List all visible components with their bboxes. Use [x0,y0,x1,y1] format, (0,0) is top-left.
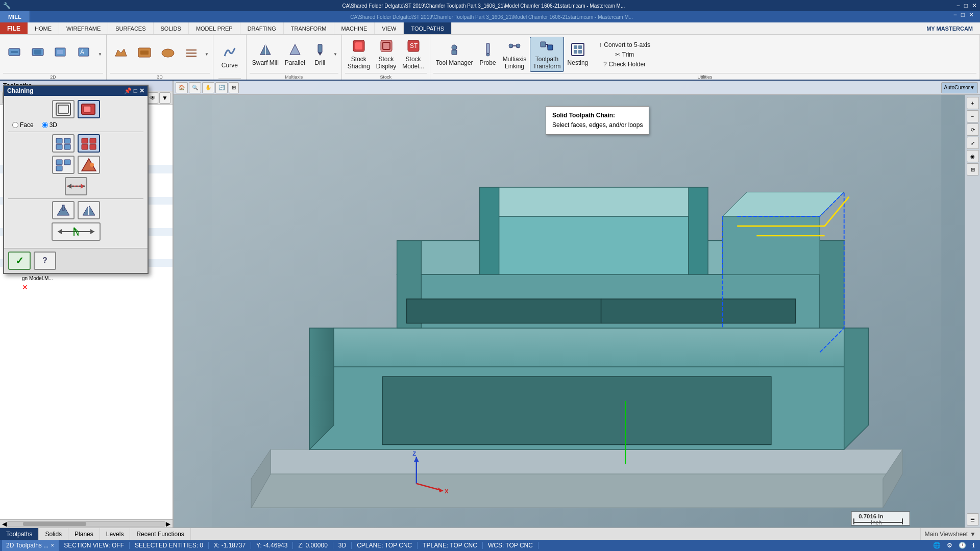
rt-btn-1[interactable]: + [967,97,979,109]
tp-btn-more[interactable]: ▼ [159,92,170,104]
win-restore[interactable]: □ [961,11,965,22]
rt-btn-3[interactable]: ⟳ [967,123,979,136]
close-btn[interactable]: ✕ [972,2,977,9]
chain-btn-solid[interactable] [78,100,100,118]
horizontal-scroll[interactable]: ◀ ▶ [0,519,173,528]
tree-error-item[interactable]: ✕ [0,282,173,292]
tab-levels[interactable]: Levels [100,528,131,540]
chain-ok-btn[interactable]: ✓ [8,252,31,270]
chain-btn-reverse[interactable] [65,177,87,195]
tab-planes[interactable]: Planes [68,528,100,540]
tree-g4-model[interactable]: gn Model.M... [0,274,173,282]
rt-btn-bottom[interactable]: ☰ [967,513,979,525]
tab-machine[interactable]: MACHINE [334,22,375,34]
rt-btn-2[interactable]: − [967,110,979,122]
window-controls[interactable]: − □ ✕ [953,11,980,22]
tab-solids[interactable]: SOLIDS [154,22,189,34]
radio-face[interactable] [12,122,18,128]
btn-curve[interactable]: Curve [218,43,241,70]
btn-tool-manager[interactable]: Tool Manager [433,41,476,68]
radio-3d[interactable] [42,122,48,128]
2d-more-arrow[interactable]: ▼ [97,52,103,57]
chain-btn-face-select[interactable] [78,134,100,153]
tab-toolpaths[interactable]: Toolpaths [0,528,39,540]
btn-stock-shading[interactable]: StockShading [345,37,373,71]
title-controls[interactable]: − □ ✕ [957,2,977,9]
chain-btn-area[interactable] [78,156,100,174]
btn-multiaxis-linking[interactable]: MultiaxisLinking [500,37,529,71]
tab-surfaces[interactable]: SURFACES [108,22,153,34]
win-minimize[interactable]: − [953,11,957,22]
chaining-title-buttons[interactable]: 📌 □ ✕ [124,87,144,94]
chain-btn-next-start[interactable] [78,201,100,219]
scroll-thumb[interactable] [23,522,86,526]
btn-check-holder[interactable]: ? Check Holder [596,60,653,69]
radio-3d-label[interactable]: 3D [42,121,57,129]
maximize-btn[interactable]: □ [964,2,968,9]
btn-trim[interactable]: ✂ Trim [596,50,653,59]
status-info-btn[interactable]: ℹ [969,542,978,549]
tp-btn-eye[interactable]: 👁 [147,92,158,104]
viewsheet-dropdown[interactable]: ▼ [970,531,976,538]
scroll-right-btn[interactable]: ▶ [166,520,170,528]
btn-convert-5axis[interactable]: ↑ Convert to 5-axis [596,40,653,49]
status-settings-btn[interactable]: ⚙ [944,542,955,549]
chaining-pin-btn[interactable]: 📌 [124,87,132,94]
scroll-bar[interactable] [7,521,166,527]
vp-btn-zoom[interactable]: 🔍 [189,82,201,93]
tab-home[interactable]: HOME [28,22,59,34]
vp-btn-home[interactable]: 🏠 [176,82,188,93]
btn-multiaxis-parallel[interactable]: Parallel [282,41,308,68]
rt-btn-4[interactable]: ⤢ [967,137,979,149]
btn-pocket[interactable] [133,44,156,64]
rt-btn-5[interactable]: ◉ [967,150,979,162]
chain-btn-prev-start[interactable] [52,201,75,219]
btn-model-ch[interactable] [50,44,72,64]
btn-blend-mill[interactable] [3,44,26,64]
win-close[interactable]: ✕ [969,11,974,22]
btn-optirough[interactable] [110,44,132,64]
vp-btn-rotate[interactable]: 🔄 [215,82,228,93]
status-clock-btn[interactable]: 🕐 [955,542,969,549]
status-tab-close[interactable]: ✕ [51,543,55,548]
btn-drill[interactable]: Drill [309,41,331,68]
chaining-maximize-btn[interactable]: □ [134,87,137,94]
tab-drafting[interactable]: DRAFTING [240,22,284,34]
app-tab-mill[interactable]: MILL [0,11,30,22]
chain-btn-wireframe[interactable] [52,100,75,118]
tab-transform[interactable]: TRANSFORM [284,22,334,34]
btn-nesting[interactable]: Nesting [565,41,591,68]
vp-btn-fit[interactable]: ⊞ [229,82,239,93]
chain-btn-single[interactable] [52,134,75,153]
minimize-btn[interactable]: − [957,2,960,9]
vp-btn-autocursor[interactable]: AutoCursor▼ [941,82,978,93]
chain-btn-loop[interactable] [52,156,75,174]
tab-toolpaths[interactable]: TOOLPATHS [404,22,452,34]
btn-stock-model[interactable]: ST StockModel... [400,37,427,71]
btn-project[interactable] [157,44,179,64]
3d-more-arrow[interactable]: ▼ [204,52,210,57]
viewport[interactable]: 🏠 🔍 ✋ 🔄 ⊞ AutoCursor▼ Solid Toolpath Cha… [174,81,980,528]
btn-slot-mill[interactable] [27,44,49,64]
btn-probe[interactable]: Probe [477,41,499,68]
radio-face-label[interactable]: Face [12,121,34,129]
tab-view[interactable]: VIEW [375,22,404,34]
tab-wireframe[interactable]: WIREFRAME [59,22,108,34]
tab-solids[interactable]: Solids [39,528,68,540]
btn-swarf-mill[interactable]: Swarf Mill [250,41,281,68]
status-globe-btn[interactable]: 🌐 [930,542,944,549]
scroll-left-btn[interactable]: ◀ [2,520,7,528]
file-tab[interactable]: FILE [0,22,28,34]
status-tab-2d[interactable]: 2D Toolpaths ... ✕ [2,540,59,551]
chain-btn-full-width[interactable] [52,222,101,241]
chaining-close-btn[interactable]: ✕ [139,87,144,94]
btn-stock-display[interactable]: StockDisplay [374,37,399,71]
vp-btn-pan[interactable]: ✋ [202,82,214,93]
chain-help-btn[interactable]: ? [34,252,56,270]
rt-btn-6[interactable]: ⊞ [967,163,979,176]
btn-parallel[interactable] [180,44,203,64]
tab-recent-functions[interactable]: Recent Functions [130,528,190,540]
tab-model-prep[interactable]: MODEL PREP [189,22,240,34]
multiaxis-more-arrow[interactable]: ▼ [332,52,338,57]
btn-toolpath-transform[interactable]: ToolpathTransform [530,37,564,72]
